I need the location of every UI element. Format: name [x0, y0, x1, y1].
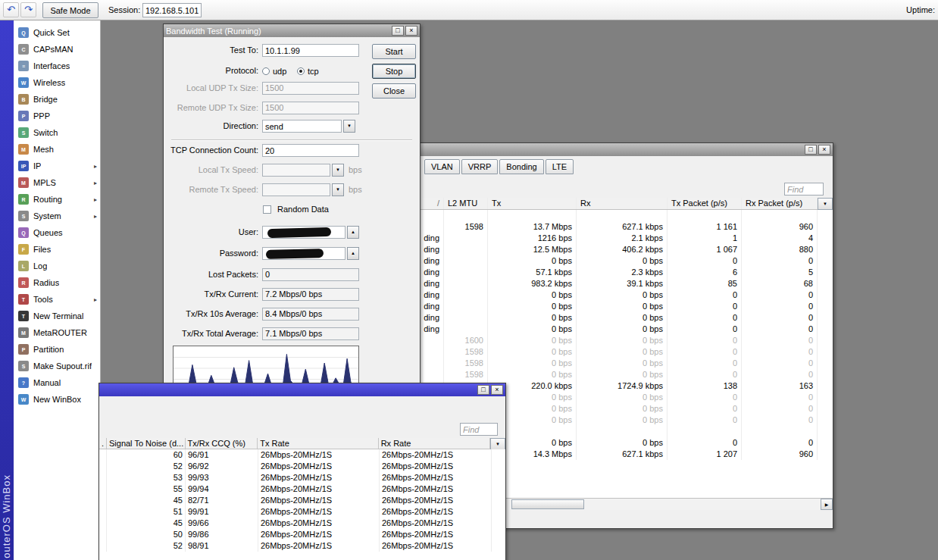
sidebar-item-partition[interactable]: PPartition	[14, 341, 100, 358]
column-header-dot[interactable]: .	[99, 438, 107, 449]
tab-bonding[interactable]: Bonding	[499, 159, 543, 174]
sidebar-item-make-supout[interactable]: SMake Supout.rif	[14, 358, 100, 374]
column-header-rx[interactable]: Rx	[577, 198, 668, 209]
tab-vlan[interactable]: VLAN	[424, 159, 460, 174]
column-header-tx-rate[interactable]: Tx Rate	[258, 438, 378, 449]
tab-lte[interactable]: LTE	[546, 159, 574, 174]
sidebar-item-files[interactable]: FFiles	[14, 241, 100, 258]
table-row[interactable]: 6096/9126Mbps-20MHz/1S26Mbps-20MHz/1S	[99, 449, 505, 461]
password-up-button[interactable]: ▲	[347, 247, 359, 260]
sidebar-item-capsman[interactable]: CCAPsMAN	[14, 41, 100, 58]
protocol-tcp-radio[interactable]: tcp	[297, 64, 319, 77]
close-button[interactable]: ×	[491, 385, 503, 395]
sidebar-item-ppp[interactable]: PPPP	[14, 108, 100, 124]
bandwidth-test-titlebar[interactable]: Bandwidth Test (Running) □ ×	[164, 24, 420, 37]
table-row[interactable]: 5296/9226Mbps-20MHz/1S26Mbps-20MHz/1S	[99, 461, 505, 472]
table-row[interactable]: 5599/9426Mbps-20MHz/1S26Mbps-20MHz/1S	[99, 483, 505, 495]
close-button[interactable]: Close	[372, 83, 416, 99]
sidebar-item-manual[interactable]: ?Manual	[14, 374, 100, 391]
maximize-button[interactable]: □	[477, 385, 489, 395]
sidebar-item-system[interactable]: SSystem▸	[14, 208, 100, 224]
sidebar-item-quick-set[interactable]: QQuick Set	[14, 24, 100, 41]
cell-tx-rate: 26Mbps-20MHz/1S	[258, 461, 380, 472]
window-buttons: □ ×	[476, 385, 503, 395]
sidebar-item-switch[interactable]: SSwitch	[14, 124, 100, 141]
stop-button[interactable]: Stop	[372, 64, 416, 79]
log-icon: L	[18, 261, 29, 271]
random-data-checkbox[interactable]	[263, 205, 271, 214]
column-header-l2-mtu[interactable]: L2 MTU	[444, 198, 488, 209]
cell-rxp: 0	[742, 335, 818, 346]
column-header-rx-packet-ps[interactable]: Rx Packet (p/s)	[742, 198, 818, 209]
scroll-right-button[interactable]: ▶	[821, 499, 833, 510]
column-header-rx-rate[interactable]: Rx Rate	[379, 438, 490, 449]
sidebar-item-new-terminal[interactable]: TNew Terminal	[14, 308, 100, 324]
find-input[interactable]	[460, 423, 498, 436]
close-button[interactable]: ×	[405, 26, 417, 36]
protocol-udp-radio[interactable]: udp	[262, 64, 286, 77]
table-row[interactable]: 5298/9126Mbps-20MHz/1S26Mbps-20MHz/1S	[99, 540, 505, 552]
sidebar-item-queues[interactable]: QQueues	[14, 224, 100, 241]
local-tx-speed-dropdown-button[interactable]: ▼	[332, 164, 344, 177]
column-header-signal-to-noise[interactable]: Signal To Noise (d...	[107, 438, 186, 449]
user-input[interactable]	[262, 226, 345, 239]
sidebar-item-bridge[interactable]: BBridge	[14, 91, 100, 108]
direction-input[interactable]	[262, 120, 342, 133]
find-input[interactable]	[784, 183, 824, 196]
cell-l2mtu: 1598	[444, 346, 488, 358]
maximize-button[interactable]: □	[805, 145, 817, 155]
session-input[interactable]	[142, 3, 202, 17]
user-up-button[interactable]: ▲	[347, 226, 359, 239]
column-select-button[interactable]: ▼	[818, 198, 833, 210]
sidebar-item-routing[interactable]: RRouting▸	[14, 191, 100, 208]
redo-button[interactable]: ↷	[20, 2, 36, 17]
sidebar-item-label: New WinBox	[33, 395, 81, 404]
submenu-arrow-icon: ▸	[94, 163, 97, 170]
sidebar-item-new-winbox[interactable]: WNew WinBox	[14, 391, 100, 408]
safe-mode-button[interactable]: Safe Mode	[42, 2, 98, 18]
cell-blank	[99, 461, 107, 472]
sidebar-item-mpls[interactable]: MMPLS▸	[14, 174, 100, 191]
password-input[interactable]	[262, 247, 345, 260]
queues-icon: Q	[18, 227, 29, 238]
cell-blank	[99, 540, 107, 552]
cell-rx: 0 bps	[577, 255, 668, 267]
column-select-button[interactable]: ▼	[490, 438, 505, 450]
cell-rx	[577, 426, 668, 437]
cell-rx-rate: 26Mbps-20MHz/1S	[380, 506, 492, 518]
scrollbar-thumb[interactable]	[511, 499, 584, 509]
maximize-button[interactable]: □	[392, 26, 404, 36]
table-row[interactable]: 5399/9326Mbps-20MHz/1S26Mbps-20MHz/1S	[99, 472, 505, 483]
cell-txp	[668, 426, 742, 437]
cell-l2mtu	[444, 324, 488, 335]
direction-dropdown-button[interactable]: ▼	[343, 120, 355, 133]
undo-button[interactable]: ↶	[3, 2, 19, 17]
column-header-tx-rx-ccq[interactable]: Tx/Rx CCQ (%)	[186, 438, 258, 449]
sidebar-item-wireless[interactable]: WWireless	[14, 74, 100, 91]
test-to-input[interactable]	[262, 44, 359, 57]
start-button[interactable]: Start	[372, 44, 416, 59]
remote-tx-speed-dropdown-button[interactable]: ▼	[332, 183, 344, 196]
cell-rx: 0 bps	[577, 369, 668, 380]
registration-titlebar[interactable]: □ ×	[99, 383, 505, 396]
sidebar-item-log[interactable]: LLog	[14, 258, 100, 274]
column-header-tx[interactable]: Tx	[488, 198, 577, 209]
cell-rxp: 0	[742, 312, 818, 324]
close-button[interactable]: ×	[818, 145, 830, 155]
sidebar-item-label: IP	[33, 161, 41, 171]
sidebar-item-ip[interactable]: IPIP▸	[14, 158, 100, 174]
tcp-connection-count-input[interactable]	[262, 144, 359, 157]
table-row[interactable]: 5199/9126Mbps-20MHz/1S26Mbps-20MHz/1S	[99, 506, 505, 518]
sidebar-item-metarouter[interactable]: MMetaROUTER	[14, 324, 100, 341]
tab-vrrp[interactable]: VRRP	[461, 159, 499, 174]
sidebar-item-radius[interactable]: RRadius	[14, 274, 100, 291]
sidebar-item-tools[interactable]: TTools▸	[14, 291, 100, 308]
table-row[interactable]: 5099/8626Mbps-20MHz/1S26Mbps-20MHz/1S	[99, 529, 505, 540]
cell-l2mtu	[444, 267, 488, 278]
table-row[interactable]: 4599/6626Mbps-20MHz/1S26Mbps-20MHz/1S	[99, 518, 505, 529]
table-row[interactable]: 4582/7126Mbps-20MHz/1S26Mbps-20MHz/1S	[99, 495, 505, 506]
column-header-tx-packet-ps[interactable]: Tx Packet (p/s)	[668, 198, 742, 209]
sidebar-item-interfaces[interactable]: ≡Interfaces	[14, 58, 100, 74]
cell-tx: 983.2 kbps	[488, 278, 577, 289]
sidebar-item-mesh[interactable]: MMesh	[14, 141, 100, 158]
